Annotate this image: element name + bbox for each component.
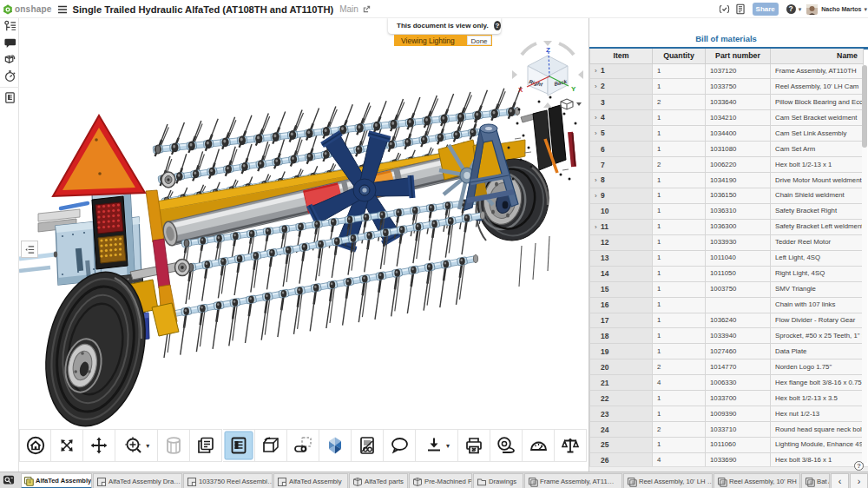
svg-text:Y: Y: [571, 85, 576, 93]
svg-text:X: X: [518, 86, 523, 94]
svg-text:Z: Z: [546, 46, 550, 54]
